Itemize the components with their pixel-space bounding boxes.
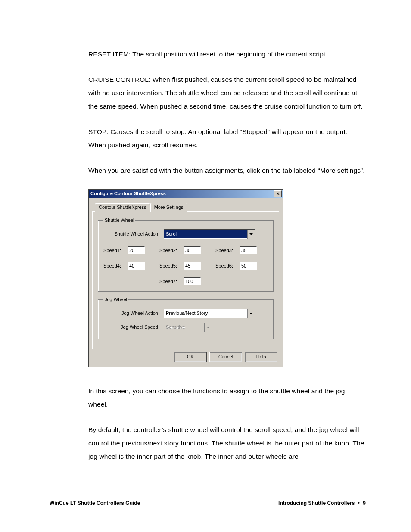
paragraph-screen-choose: In this screen, you can choose the funct… — [88, 384, 366, 411]
shuttle-wheel-action-label: Shuttle Wheel Action: — [103, 231, 164, 237]
jog-wheel-group: Jog Wheel Jog Wheel Action: Previous/Nex… — [98, 297, 274, 339]
jog-wheel-speed-combo: Sensitive — [164, 323, 212, 332]
help-button[interactable]: Help — [245, 352, 277, 362]
speed4-label: Speed4: — [103, 263, 125, 269]
footer-bullet: • — [358, 500, 360, 506]
speed1-label: Speed1: — [103, 248, 125, 253]
tab-contour-shuttlexpress[interactable]: Contour ShuttleXpress — [95, 203, 150, 212]
close-button[interactable]: ✕ — [274, 190, 282, 197]
tab-more-settings[interactable]: More Settings — [150, 203, 187, 212]
paragraph-more-settings-instruction: When you are satisfied with the button a… — [88, 164, 366, 177]
speed4-input[interactable] — [128, 262, 145, 270]
body-text-region: RESET ITEM: The scroll position will res… — [50, 47, 366, 177]
configure-shuttle-dialog: Configure Contour ShuttleXpress ✕ Contou… — [88, 189, 283, 367]
speed5-input[interactable] — [184, 262, 201, 270]
shuttle-wheel-action-value: Scroll — [164, 230, 247, 238]
dialog-titlebar: Configure Contour ShuttleXpress ✕ — [89, 190, 283, 198]
tab-strip: Contour ShuttleXpress More Settings — [95, 202, 279, 212]
dropdown-arrow-icon — [247, 309, 255, 318]
speed5-label: Speed5: — [159, 263, 181, 269]
footer-page-number: 9 — [363, 500, 366, 506]
footer-section-title: Introducing Shuttle Controllers — [278, 500, 355, 506]
speed6-label: Speed6: — [215, 263, 237, 269]
close-icon: ✕ — [276, 191, 280, 196]
jog-wheel-action-label: Jog Wheel Action: — [103, 311, 164, 316]
shuttle-wheel-group: Shuttle Wheel Shuttle Wheel Action: Scro… — [98, 218, 274, 292]
shuttle-wheel-action-combo[interactable]: Scroll — [164, 229, 255, 239]
paragraph-cruise-control: CRUISE CONTROL: When first pushed, cause… — [88, 73, 366, 113]
cancel-button[interactable]: Cancel — [209, 352, 242, 362]
paragraph-stop: STOP: Causes the scroll to stop. An opti… — [88, 125, 366, 152]
jog-wheel-speed-label: Jog Wheel Speed: — [103, 324, 164, 330]
footer-left: WinCue LT Shuttle Controllers Guide — [50, 500, 140, 506]
ok-button[interactable]: OK — [174, 352, 207, 362]
speed1-input[interactable] — [128, 246, 145, 254]
jog-wheel-action-combo[interactable]: Previous/Next Story — [164, 309, 255, 318]
speed7-input[interactable] — [184, 277, 201, 285]
tab-panel-more-settings: Shuttle Wheel Shuttle Wheel Action: Scro… — [92, 211, 279, 349]
shuttle-wheel-legend: Shuttle Wheel — [103, 218, 135, 223]
speed6-input[interactable] — [240, 262, 257, 270]
jog-wheel-action-value: Previous/Next Story — [164, 310, 247, 317]
page-footer: WinCue LT Shuttle Controllers Guide Intr… — [50, 500, 366, 506]
footer-right: Introducing Shuttle Controllers • 9 — [278, 500, 366, 506]
dialog-title: Configure Contour ShuttleXpress — [90, 191, 166, 196]
dropdown-arrow-icon — [247, 230, 255, 239]
speed7-label: Speed7: — [159, 279, 181, 284]
speed2-input[interactable] — [184, 246, 201, 254]
speed3-input[interactable] — [240, 246, 257, 254]
paragraph-default-behavior: By default, the controller’s shuttle whe… — [88, 423, 366, 463]
dropdown-arrow-icon — [204, 323, 212, 332]
speed2-label: Speed2: — [159, 248, 181, 253]
body-text-region-2: In this screen, you can choose the funct… — [50, 384, 366, 463]
paragraph-reset-item: RESET ITEM: The scroll position will res… — [88, 47, 366, 61]
jog-wheel-speed-value: Sensitive — [164, 324, 204, 331]
speed3-label: Speed3: — [215, 248, 237, 253]
jog-wheel-legend: Jog Wheel — [103, 297, 128, 302]
dialog-button-row: OK Cancel Help — [92, 349, 279, 363]
